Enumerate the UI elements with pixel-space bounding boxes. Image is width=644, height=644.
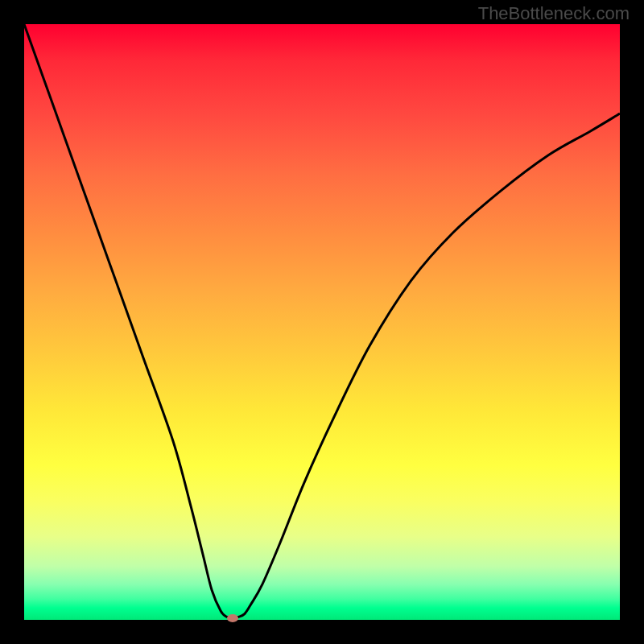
- curve-svg: [24, 24, 620, 620]
- plot-area: [24, 24, 620, 620]
- optimal-point-marker: [227, 614, 238, 622]
- bottleneck-curve: [24, 24, 620, 618]
- watermark-text: TheBottleneck.com: [478, 3, 630, 24]
